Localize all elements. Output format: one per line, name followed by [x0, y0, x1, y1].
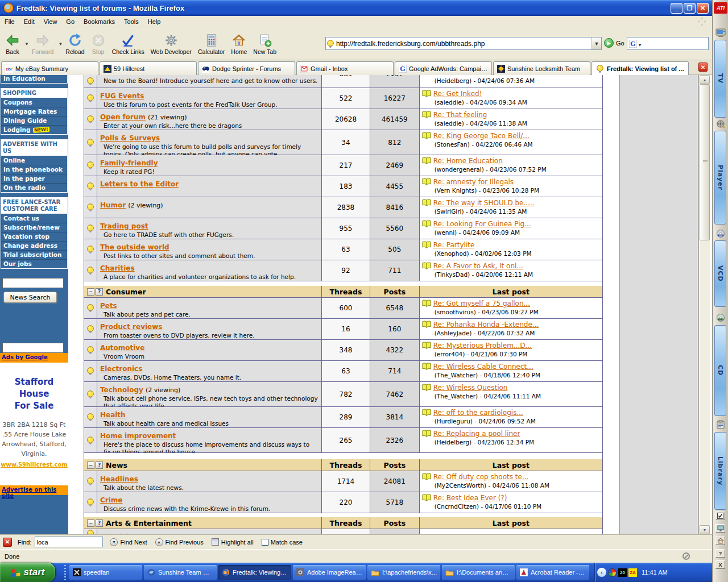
find-previous-button[interactable]: ▲ Find Previous	[155, 538, 204, 546]
last-post-link[interactable]: Re: That feeling	[433, 111, 487, 119]
match-case-checkbox[interactable]: Match case	[262, 539, 303, 546]
forum-link[interactable]: FUG Events	[100, 92, 144, 100]
ads-by-google-link[interactable]: Ads by Google	[0, 353, 68, 363]
forum-link[interactable]: Humor	[100, 201, 126, 209]
chevron-down-icon[interactable]: ▼	[24, 41, 29, 47]
go-button[interactable]: ▶ Go	[604, 38, 624, 48]
scrollbar-thumb[interactable]	[700, 84, 710, 240]
tab-2[interactable]: Dodge Sprinter - Forums	[198, 61, 295, 75]
tab-5[interactable]: Sunshine Locksmith Team	[493, 61, 590, 75]
tab-4[interactable]: GGoogle AdWords: Campaign...	[395, 61, 492, 75]
toolbar-button-web-developer[interactable]: Web Developer	[148, 32, 195, 56]
sidebar-item-subscribe-renew[interactable]: Subscribe/renew	[1, 223, 67, 232]
zonealarm-tray-icon[interactable]: ZA	[628, 568, 637, 577]
last-post-link[interactable]: Re: amnesty for Illegals	[433, 178, 514, 186]
sidebar-second-input[interactable]	[2, 343, 64, 353]
quick-launch-divider[interactable]	[64, 565, 66, 580]
dock-button-library[interactable]: Library	[714, 432, 726, 510]
sidebar-item-mortgage-rates[interactable]: Mortgage Rates	[1, 107, 67, 116]
toolbar-button-check-links[interactable]: Check Links	[109, 32, 148, 56]
sidebar-item-coupons[interactable]: Coupons	[1, 98, 67, 107]
chevron-down-icon[interactable]: ▼	[638, 43, 642, 48]
dock-button-?[interactable]: ?	[715, 549, 725, 558]
sidebar-item-dining-guide[interactable]: Dining Guide	[1, 116, 67, 125]
last-post-link[interactable]: Re: Home Education	[433, 157, 503, 165]
last-post-link[interactable]: Re: Got myself a 75 gallon...	[433, 300, 530, 308]
news-search-button[interactable]: News Search	[3, 292, 57, 303]
toolbar-button-back[interactable]: Back▼	[2, 32, 29, 56]
section-help-icon[interactable]: ?	[96, 288, 103, 296]
sidebar-item-our-jobs[interactable]: Our jobs	[1, 259, 67, 268]
vertical-scrollbar[interactable]: ▲ ▼	[700, 75, 710, 534]
minimize-button[interactable]: _	[671, 3, 682, 14]
last-post-link[interactable]: Re: Mysterious Problem...D...	[433, 342, 532, 350]
dock-button-tv[interactable]: TV	[714, 40, 726, 118]
last-post-link[interactable]: Re: Replacing a pool liner	[433, 430, 520, 438]
url-input[interactable]	[335, 38, 592, 49]
taskbar-button-3[interactable]: Adobe ImageReady	[293, 565, 366, 580]
sidebar-item-on-the-radio[interactable]: On the radio	[1, 183, 67, 192]
last-post-link[interactable]: Re: off to the cardiologis...	[433, 409, 523, 417]
sidebar-item-online[interactable]: Online	[1, 156, 67, 165]
forum-link[interactable]: Trading post	[100, 222, 148, 230]
taskbar-button-0[interactable]: speedfan	[69, 565, 142, 580]
forum-link[interactable]: Crime	[100, 496, 122, 504]
sidebar-item-in-the-phonebook[interactable]: In the phonebook	[1, 165, 67, 174]
ad-link[interactable]: www.59hillcrest.com	[0, 462, 68, 468]
tab-0[interactable]: ebYMy eBay Summary	[1, 61, 98, 75]
scroll-down-button[interactable]: ▼	[700, 525, 710, 534]
find-input[interactable]	[35, 537, 103, 547]
toolbar-button-calculator[interactable]: Calculator	[195, 32, 228, 56]
news-search-input[interactable]	[2, 278, 64, 288]
start-button[interactable]: start	[0, 563, 55, 582]
menu-file[interactable]: File	[0, 17, 19, 26]
restore-button[interactable]: ❐	[684, 3, 696, 14]
last-post-link[interactable]: Re: Best Idea Ever (?)	[433, 494, 507, 502]
taskbar-button-6[interactable]: Acrobat Reader - [...	[516, 565, 589, 580]
forum-link[interactable]: Health	[100, 411, 126, 419]
last-post-link[interactable]: Re: Get Inked!	[433, 90, 482, 98]
forum-link[interactable]: Electronics	[100, 365, 142, 373]
forum-link[interactable]: The outside world	[100, 243, 169, 251]
sidebar-item-vacation-stop[interactable]: Vacation stop	[1, 232, 67, 241]
menu-help[interactable]: Help	[143, 17, 166, 26]
checkbox-icon[interactable]	[715, 512, 725, 520]
last-post-link[interactable]: Re: A Favor to Ask, It onl...	[433, 262, 523, 271]
last-post-link[interactable]: Re: Wireless Question	[433, 384, 508, 392]
menu-edit[interactable]: Edit	[19, 17, 39, 26]
forum-link[interactable]: Open forum	[100, 113, 146, 121]
sidebar-item-change-address[interactable]: Change address	[1, 241, 67, 250]
tab-1[interactable]: 59 Hillcrest	[100, 61, 197, 75]
forum-link[interactable]: Headlines	[100, 475, 138, 483]
find-close-button[interactable]: ✕	[3, 538, 12, 547]
chevron-down-icon[interactable]: ▼	[58, 41, 63, 47]
last-post-link[interactable]: Re: Looking For Guinea Pig...	[433, 220, 531, 228]
menu-view[interactable]: View	[39, 17, 62, 26]
last-post-link[interactable]: Re: Off duty cop shoots te...	[433, 473, 529, 481]
section-help-icon[interactable]: ?	[96, 519, 103, 527]
section-help-icon[interactable]: ?	[96, 462, 103, 469]
chevron-left-icon[interactable]: ‹	[597, 568, 606, 577]
advertise-on-site-link[interactable]: Advertise on this site	[0, 485, 68, 495]
search-input[interactable]: G ▼	[627, 37, 709, 50]
forum-link[interactable]: Automotive	[100, 344, 144, 352]
dock-button-x[interactable]: X	[715, 560, 725, 569]
forum-link[interactable]: Letters to the Editor	[100, 180, 179, 188]
last-post-link[interactable]: Re: Partylite	[433, 241, 475, 250]
url-dropdown-button[interactable]: ▼	[592, 38, 601, 49]
tab-6[interactable]: Fredtalk: Viewing list of ...	[592, 61, 689, 75]
last-post-link[interactable]: Re: King George Taco Bell/...	[433, 132, 530, 140]
toolbar-button-reload[interactable]: Reload	[63, 32, 88, 56]
last-post-link[interactable]: Re: Wireless Cable Connect...	[433, 363, 533, 371]
dock-button-vcd[interactable]: VCD	[714, 240, 726, 307]
taskbar-button-4[interactable]: I:\apachefriends\x...	[367, 565, 440, 580]
temperature-tray-icon[interactable]: 20	[618, 568, 627, 577]
last-post-link[interactable]: Re: The way it SHOULD be.....	[433, 199, 535, 207]
highlight-all-button[interactable]: Highlight all	[212, 538, 254, 546]
sidebar-item-lodging[interactable]: LodgingNEW!	[1, 125, 67, 134]
popup-blocked-icon[interactable]	[682, 552, 690, 560]
scroll-up-button[interactable]: ▲	[700, 75, 710, 84]
last-post-link[interactable]: Re: Pohanka Honda -Extende...	[433, 321, 539, 329]
toolbar-button-home[interactable]: Home	[228, 32, 250, 56]
forum-link[interactable]: Technology	[100, 386, 143, 394]
